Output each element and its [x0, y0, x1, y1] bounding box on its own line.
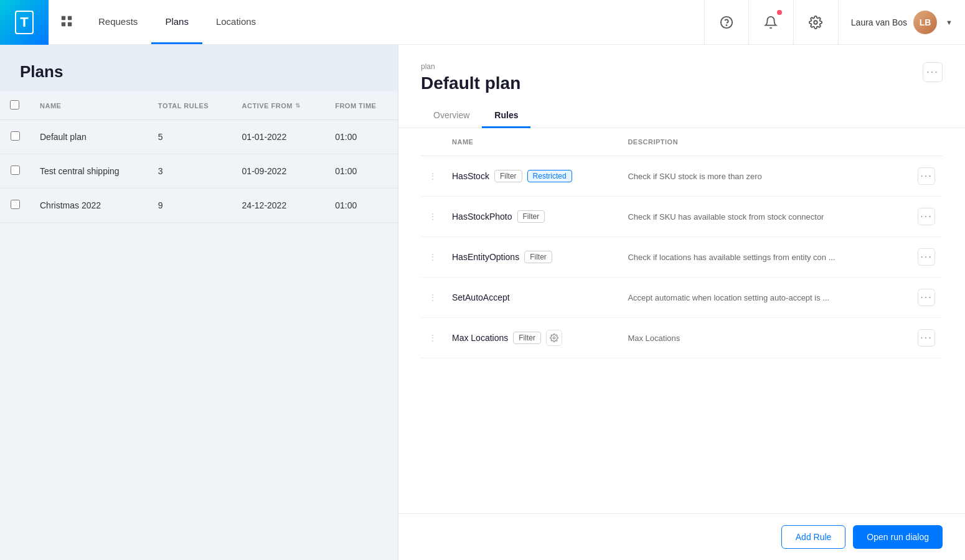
rule-name-text: Max Locations	[452, 333, 508, 343]
nav-plans[interactable]: Plans	[151, 0, 202, 44]
chevron-down-icon: ▼	[946, 19, 953, 26]
rule-more-button[interactable]: ···	[918, 329, 935, 347]
rule-more-button[interactable]: ···	[918, 248, 935, 266]
rule-description: Max Locations	[628, 334, 680, 343]
rule-name-cell: HasEntityOptions Filter	[445, 237, 620, 278]
col-from-time-header: FROM TIME	[325, 91, 398, 120]
rule-row: ⋮ HasStockPhoto Filter Check if SKU has …	[421, 197, 943, 237]
rules-container: NAME DESCRIPTION ⋮ HasStock FilterRestri…	[398, 128, 965, 513]
table-row[interactable]: Test central shipping 3 01-09-2022 01:00	[0, 154, 398, 189]
left-header: Plans	[0, 45, 398, 91]
svg-rect-0	[62, 16, 65, 20]
drag-handle-cell[interactable]: ⋮	[421, 156, 445, 197]
rule-name-text: HasStockPhoto	[452, 212, 512, 222]
svg-point-5	[726, 25, 727, 26]
rule-description: Check if SKU stock is more than zero	[628, 172, 761, 181]
notifications-button[interactable]	[749, 0, 794, 45]
plan-name-cell: Default plan	[30, 120, 148, 154]
plan-name-cell: Test central shipping	[30, 154, 148, 189]
table-row[interactable]: Christmas 2022 9 24-12-2022 01:00	[0, 189, 398, 223]
svg-rect-2	[62, 22, 65, 26]
from-time-cell: 01:00	[325, 120, 398, 154]
more-dots-icon: ···	[920, 292, 932, 303]
drag-handle-cell[interactable]: ⋮	[421, 197, 445, 237]
rule-name-cell: HasStock FilterRestricted	[445, 156, 620, 197]
rule-tag: Filter	[517, 210, 545, 223]
rule-description: Accept automatic when location setting a…	[628, 293, 829, 302]
drag-handle-cell[interactable]: ⋮	[421, 278, 445, 318]
tab-rules[interactable]: Rules	[482, 104, 530, 128]
nav-locations[interactable]: Locations	[202, 0, 270, 44]
help-button[interactable]	[704, 0, 749, 45]
rule-more-button[interactable]: ···	[918, 289, 935, 306]
svg-rect-1	[68, 16, 72, 20]
plan-title: Default plan	[421, 73, 943, 93]
row-checkbox[interactable]	[11, 200, 20, 209]
rule-description: Check if locations has available setting…	[628, 253, 835, 262]
more-dots-icon: ···	[920, 332, 932, 343]
rule-name-cell: HasStockPhoto Filter	[445, 197, 620, 237]
tab-overview[interactable]: Overview	[421, 104, 482, 128]
notification-dot	[777, 10, 782, 15]
page-title: Plans	[20, 62, 378, 82]
rules-table: NAME DESCRIPTION ⋮ HasStock FilterRestri…	[421, 128, 943, 358]
select-all-checkbox[interactable]	[10, 100, 19, 110]
rule-more-button[interactable]: ···	[918, 208, 935, 225]
add-rule-button[interactable]: Add Rule	[781, 525, 846, 549]
plan-name-cell: Christmas 2022	[30, 189, 148, 223]
rule-name-text: HasStock	[452, 171, 489, 181]
drag-handle-icon[interactable]: ⋮	[428, 212, 437, 222]
col-drag-header	[421, 128, 445, 156]
table-row[interactable]: Default plan 5 01-01-2022 01:00	[0, 120, 398, 154]
drag-handle-icon[interactable]: ⋮	[428, 333, 437, 343]
rule-more-button[interactable]: ···	[918, 167, 935, 185]
plan-label: plan	[421, 62, 943, 71]
logo[interactable]: T	[0, 0, 49, 45]
row-checkbox-cell	[0, 154, 30, 189]
rule-more-cell: ···	[910, 237, 943, 278]
rule-tag: Restricted	[527, 170, 572, 182]
col-active-from-header: ACTIVE FROM ⇅	[232, 91, 326, 120]
drag-handle-cell[interactable]: ⋮	[421, 237, 445, 278]
from-time-cell: 01:00	[325, 154, 398, 189]
row-checkbox[interactable]	[11, 131, 20, 141]
active-from-sort[interactable]: ACTIVE FROM ⇅	[242, 102, 301, 110]
col-rule-name-header: NAME	[445, 128, 620, 156]
rule-desc-cell: Max Locations	[620, 318, 910, 358]
rule-name-text: SetAutoAccept	[452, 292, 510, 302]
plans-table-container: NAME TOTAL RULES ACTIVE FROM ⇅ FROM TIME…	[0, 91, 398, 560]
drag-handle-icon[interactable]: ⋮	[428, 252, 437, 262]
nav-requests[interactable]: Requests	[85, 0, 151, 44]
svg-rect-3	[68, 22, 72, 26]
more-dots-icon: ···	[926, 67, 938, 78]
rule-desc-cell: Check if SKU stock is more than zero	[620, 156, 910, 197]
total-rules-cell: 5	[148, 120, 232, 154]
gear-icon[interactable]	[546, 330, 562, 346]
drag-handle-icon[interactable]: ⋮	[428, 292, 437, 302]
user-block[interactable]: Laura van Bos LB ▼	[839, 11, 965, 34]
rule-desc-cell: Accept automatic when location setting a…	[620, 278, 910, 318]
left-panel: Plans NAME TOTAL RULES ACTIVE FROM ⇅	[0, 45, 398, 560]
drag-handle-icon[interactable]: ⋮	[428, 171, 437, 181]
plans-table: NAME TOTAL RULES ACTIVE FROM ⇅ FROM TIME…	[0, 91, 398, 223]
top-nav: T Requests Plans Locations Laura van Bos…	[0, 0, 965, 45]
settings-button[interactable]	[794, 0, 839, 45]
detail-more-button[interactable]: ···	[923, 62, 943, 82]
detail-header: plan Default plan ··· Overview Rules	[398, 45, 965, 128]
grid-icon[interactable]	[49, 14, 85, 30]
rule-desc-cell: Check if SKU has available stock from st…	[620, 197, 910, 237]
rule-name-cell: Max Locations Filter	[445, 318, 620, 358]
rule-description: Check if SKU has available stock from st…	[628, 212, 824, 222]
rule-name-cell: SetAutoAccept	[445, 278, 620, 318]
rule-desc-cell: Check if locations has available setting…	[620, 237, 910, 278]
more-dots-icon: ···	[920, 170, 932, 182]
total-rules-cell: 3	[148, 154, 232, 189]
nav-links: Requests Plans Locations	[85, 0, 270, 44]
rule-name-text: HasEntityOptions	[452, 252, 519, 262]
open-run-dialog-button[interactable]: Open run dialog	[853, 525, 943, 549]
logo-icon: T	[15, 11, 33, 34]
drag-handle-cell[interactable]: ⋮	[421, 318, 445, 358]
row-checkbox[interactable]	[11, 166, 20, 175]
from-time-cell: 01:00	[325, 189, 398, 223]
detail-footer: Add Rule Open run dialog	[398, 513, 965, 560]
